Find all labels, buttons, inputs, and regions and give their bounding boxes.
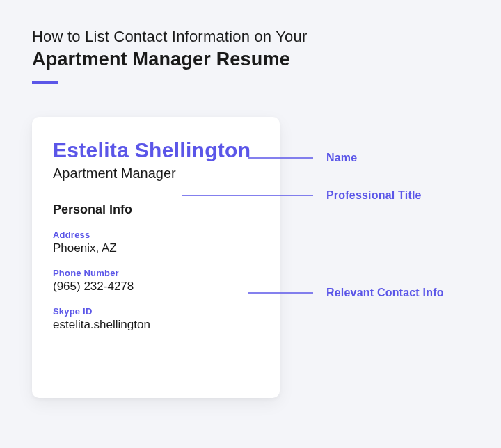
address-value: Phoenix, AZ: [53, 241, 259, 255]
job-title: Apartment Manager: [53, 166, 259, 182]
info-block-skype: Skype ID estelita.shellington: [53, 306, 259, 332]
skype-label: Skype ID: [53, 306, 259, 317]
annotation-contact: Relevant Contact Info: [326, 287, 444, 299]
phone-label: Phone Number: [53, 268, 259, 278]
info-block-phone: Phone Number (965) 232-4278: [53, 268, 259, 294]
phone-value: (965) 232-4278: [53, 280, 259, 294]
annotation-name: Name: [326, 152, 357, 164]
heading-bold: Apartment Manager Resume: [32, 49, 469, 70]
info-block-address: Address Phoenix, AZ: [53, 230, 259, 255]
address-label: Address: [53, 230, 259, 240]
skype-value: estelita.shellington: [53, 318, 259, 332]
resume-card: Estelita Shellington Apartment Manager P…: [32, 117, 280, 398]
heading-underline: [32, 81, 58, 84]
person-name: Estelita Shellington: [53, 138, 259, 163]
annotation-title: Professional Title: [326, 189, 422, 202]
heading-light: How to List Contact Information on Your: [32, 28, 469, 46]
section-title: Personal Info: [53, 202, 259, 217]
